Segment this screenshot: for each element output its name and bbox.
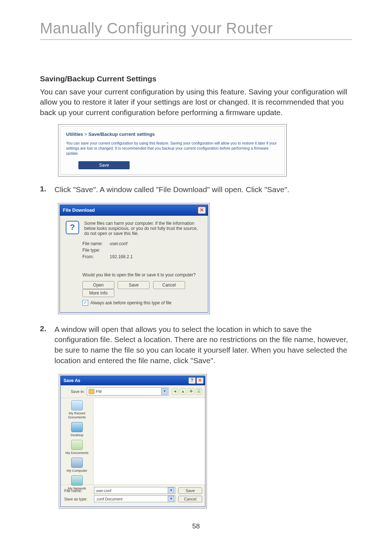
filename-label: File name: (64, 488, 94, 493)
new-folder-icon[interactable]: ✚ (188, 388, 194, 395)
documents-icon (71, 440, 83, 450)
breadcrumb-sep: > (85, 131, 87, 137)
section-heading: Saving/Backup Current Settings (40, 74, 352, 83)
step2-number: 2. (40, 324, 54, 366)
desktop-icon (71, 422, 83, 432)
save-in-label: Save in: (64, 389, 87, 394)
save-button[interactable]: Save (118, 281, 150, 289)
page-title: Manually Configuring your Router (40, 20, 352, 40)
file-download-warning: Some files can harm your computer. If th… (84, 221, 202, 236)
save-as-type-value: .conf Document (96, 497, 123, 501)
place-recent[interactable]: My Recent Documents (61, 400, 93, 419)
save-as-dialog: Save As ? ✕ Save in: FW ▾ ◄ ▲ ✚ ☰ (59, 374, 207, 508)
cancel-button[interactable]: Cancel (178, 496, 202, 502)
chevron-down-icon[interactable]: ▾ (168, 496, 174, 502)
file-list-area[interactable] (94, 398, 205, 484)
breadcrumb-b: Save/Backup current settings (89, 131, 155, 137)
filename-value: user.conf (96, 488, 111, 493)
place-desktop[interactable]: Desktop (61, 422, 93, 437)
back-icon[interactable]: ◄ (172, 388, 178, 395)
cancel-button[interactable]: Cancel (153, 281, 185, 289)
close-icon[interactable]: ✕ (198, 207, 206, 214)
recent-icon (71, 400, 83, 410)
more-info-button[interactable]: More Info (82, 289, 114, 297)
file-download-question: Would you like to open the file or save … (82, 272, 202, 277)
from-value: 192.168.2.1 (110, 254, 132, 259)
network-icon (71, 475, 83, 486)
file-download-title: File Download (63, 207, 95, 213)
save-as-type-label: Save as type: (64, 497, 94, 501)
utilities-panel: Utilities > Save/Backup current settings… (58, 124, 287, 176)
places-bar: My Recent Documents Desktop My Documents… (61, 398, 94, 484)
filetype-label: File type: (82, 248, 109, 253)
save-as-type-dropdown[interactable]: .conf Document ▾ (94, 495, 175, 502)
computer-icon (71, 458, 83, 468)
save-button[interactable]: Save (178, 487, 202, 494)
panel-desc: You can save your current configuration … (66, 141, 279, 156)
always-ask-label: Always ask before opening this type of f… (90, 300, 171, 305)
open-button[interactable]: Open (82, 281, 114, 289)
folder-icon (89, 389, 94, 394)
section-intro: You can save your current configuration … (40, 87, 352, 118)
save-in-dropdown[interactable]: FW ▾ (87, 387, 169, 395)
help-icon[interactable]: ? (188, 377, 196, 384)
chevron-down-icon[interactable]: ▾ (161, 388, 168, 395)
filename-input[interactable]: user.conf ▾ (94, 487, 175, 494)
page-number: 58 (40, 522, 352, 530)
filename-label: File name: (82, 241, 109, 246)
save-as-title: Save As (64, 378, 80, 383)
close-icon[interactable]: ✕ (196, 377, 204, 384)
always-ask-checkbox[interactable]: ✓ (82, 300, 88, 306)
breadcrumb-a: Utilities (66, 131, 83, 137)
chevron-down-icon[interactable]: ▾ (168, 487, 174, 494)
step2-text: A window will open that allows you to se… (54, 324, 352, 366)
step1-text: Click "Save". A window called "File Down… (54, 184, 352, 195)
file-download-dialog: File Download ✕ ? Some files can harm yo… (58, 203, 210, 314)
step1-number: 1. (40, 184, 54, 195)
breadcrumb: Utilities > Save/Backup current settings (66, 131, 279, 137)
up-icon[interactable]: ▲ (180, 388, 186, 395)
question-icon: ? (66, 221, 79, 234)
from-label: From: (82, 254, 109, 259)
save-in-value: FW (96, 389, 102, 394)
place-my-computer[interactable]: My Computer (61, 458, 93, 472)
filename-value: user.conf (110, 241, 127, 246)
place-my-documents[interactable]: My Documents (61, 440, 93, 455)
view-menu-icon[interactable]: ☰ (196, 388, 202, 395)
save-button[interactable]: Save (78, 161, 130, 169)
